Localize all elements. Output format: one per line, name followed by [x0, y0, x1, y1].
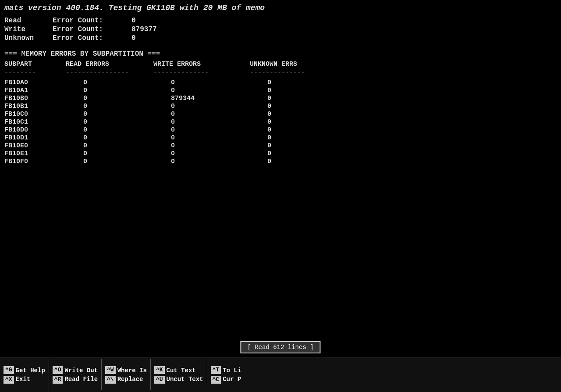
cell-write: 0 — [153, 103, 250, 110]
error-counts: Read Error Count: 0 Write Error Count: 8… — [4, 17, 557, 42]
bottom-keys: ^W ^\ — [105, 366, 116, 384]
tooltip: [ Read 612 lines ] — [240, 341, 320, 353]
cell-unknown: 0 — [250, 134, 337, 142]
table-row: FB10E0 0 0 0 — [4, 142, 557, 150]
cell-read: 0 — [66, 79, 153, 86]
table-row: FB10B0 0 879344 0 — [4, 95, 557, 102]
errors-table: SUBPART READ ERRORS WRITE ERRORS UNKNOWN… — [4, 61, 557, 165]
cell-read: 0 — [66, 158, 153, 165]
error-label: Write — [4, 25, 53, 33]
error-count-row: Read Error Count: 0 — [4, 17, 557, 25]
cell-write: 0 — [153, 87, 250, 94]
bottom-key-2[interactable]: ^R — [53, 376, 63, 384]
cell-subpart: FB10C0 — [4, 110, 66, 118]
cell-unknown: 0 — [250, 150, 337, 157]
table-row: FB10C0 0 0 0 — [4, 110, 557, 118]
table-row: FB10B1 0 0 0 — [4, 103, 557, 110]
cell-write: 0 — [153, 118, 250, 126]
table-row: FB10E1 0 0 0 — [4, 150, 557, 157]
cell-write: 0 — [153, 150, 250, 157]
cell-read: 0 — [66, 103, 153, 110]
cell-subpart: FB10C1 — [4, 118, 66, 126]
error-type: Error Count: — [53, 17, 131, 25]
error-value: 0 — [131, 34, 136, 42]
bottom-keys: ^O ^R — [53, 366, 63, 384]
error-count-row: Unknown Error Count: 0 — [4, 34, 557, 42]
bottom-key-1[interactable]: ^O — [53, 366, 63, 374]
cell-unknown: 0 — [250, 126, 337, 134]
bottom-bar: ^G ^X Get Help Exit ^O ^R Write Out Read… — [0, 357, 561, 392]
cell-read: 0 — [66, 150, 153, 157]
error-label: Unknown — [4, 34, 53, 42]
bottom-key-2[interactable]: ^\ — [105, 376, 116, 384]
cell-unknown: 0 — [250, 158, 337, 165]
error-type: Error Count: — [53, 25, 131, 33]
cell-read: 0 — [66, 87, 153, 94]
cell-subpart: FB10E1 — [4, 150, 66, 157]
bottom-label: To Li Cur P — [223, 367, 241, 383]
cell-subpart: FB10A0 — [4, 79, 66, 86]
error-count-row: Write Error Count: 879377 — [4, 25, 557, 33]
cell-write: 0 — [153, 126, 250, 134]
cell-subpart: FB10E0 — [4, 142, 66, 150]
table-separator: -------- ---------------- --------------… — [4, 69, 557, 76]
cell-unknown: 0 — [250, 79, 337, 86]
bottom-keys: ^G ^X — [4, 366, 14, 384]
cell-unknown: 0 — [250, 118, 337, 126]
bottom-label: Get Help Exit — [16, 367, 45, 383]
cell-subpart: FB10B0 — [4, 95, 66, 102]
cell-unknown: 0 — [250, 103, 337, 110]
cell-unknown: 0 — [250, 142, 337, 150]
col-header-write: WRITE ERRORS — [153, 61, 250, 68]
bottom-key-1[interactable]: ^G — [4, 366, 14, 374]
cell-subpart: FB10B1 — [4, 103, 66, 110]
cell-write: 0 — [153, 158, 250, 165]
cell-write: 879344 — [153, 95, 250, 102]
bottom-bar-section[interactable]: ^O ^R Write Out Read File — [49, 359, 102, 390]
bottom-label: Cut Text Uncut Text — [167, 367, 203, 383]
cell-write: 0 — [153, 79, 250, 86]
cell-write: 0 — [153, 110, 250, 118]
cell-read: 0 — [66, 118, 153, 126]
col-header-subpart: SUBPART — [4, 61, 66, 68]
table-row: FB10A1 0 0 0 — [4, 87, 557, 94]
cell-read: 0 — [66, 134, 153, 142]
bottom-bar-section[interactable]: ^K ^U Cut Text Uncut Text — [151, 359, 207, 390]
error-type: Error Count: — [53, 34, 131, 42]
table-row: FB10D0 0 0 0 — [4, 126, 557, 134]
bottom-label: Write Out Read File — [64, 367, 98, 383]
bottom-keys: ^K ^U — [154, 366, 165, 384]
col-header-read: READ ERRORS — [66, 61, 153, 68]
bottom-key-2[interactable]: ^X — [4, 376, 14, 384]
table-row: FB10D1 0 0 0 — [4, 134, 557, 142]
error-label: Read — [4, 17, 53, 25]
bottom-key-1[interactable]: ^K — [154, 366, 165, 374]
cell-write: 0 — [153, 134, 250, 142]
cell-subpart: FB10D1 — [4, 134, 66, 142]
table-row: FB10F0 0 0 0 — [4, 158, 557, 165]
cell-read: 0 — [66, 110, 153, 118]
cell-read: 0 — [66, 142, 153, 150]
title-bar: mats version 400.184. Testing GK110B wit… — [4, 4, 557, 12]
memory-errors-header: === MEMORY ERRORS BY SUBPARTITION === — [4, 50, 557, 58]
bottom-bar-section[interactable]: ^W ^\ Where Is Replace — [102, 359, 151, 390]
cell-read: 0 — [66, 95, 153, 102]
table-row: FB10A0 0 0 0 — [4, 79, 557, 86]
bottom-key-1[interactable]: ^T — [211, 366, 221, 374]
bottom-bar-section[interactable]: ^T ^C To Li Cur P — [207, 359, 245, 390]
bottom-label: Where Is Replace — [117, 367, 147, 383]
bottom-key-2[interactable]: ^U — [154, 376, 165, 384]
cell-subpart: FB10F0 — [4, 158, 66, 165]
bottom-key-1[interactable]: ^W — [105, 366, 116, 374]
table-header: SUBPART READ ERRORS WRITE ERRORS UNKNOWN… — [4, 61, 557, 68]
bottom-bar-section[interactable]: ^G ^X Get Help Exit — [0, 359, 49, 390]
bottom-key-2[interactable]: ^C — [211, 376, 221, 384]
cell-unknown: 0 — [250, 87, 337, 94]
bottom-keys: ^T ^C — [211, 366, 221, 384]
cell-unknown: 0 — [250, 110, 337, 118]
cell-read: 0 — [66, 126, 153, 134]
col-header-unknown: UNKNOWN ERRS — [250, 61, 337, 68]
error-value: 879377 — [131, 25, 157, 33]
cell-subpart: FB10A1 — [4, 87, 66, 94]
cell-subpart: FB10D0 — [4, 126, 66, 134]
